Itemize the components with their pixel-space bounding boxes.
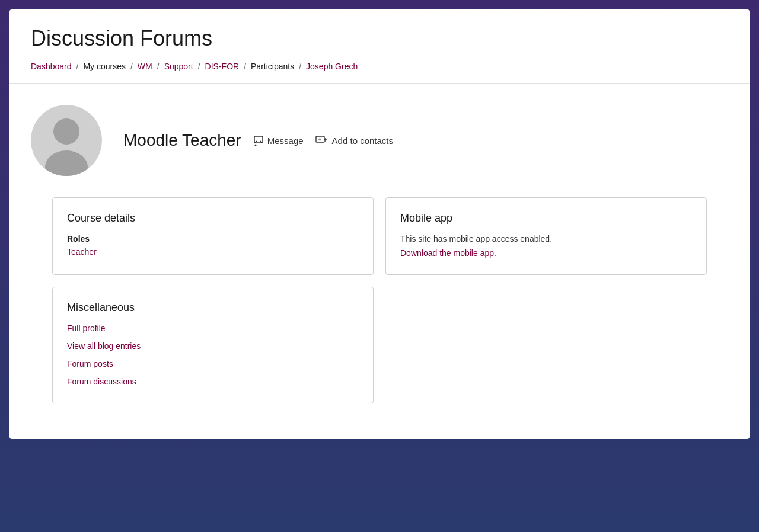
profile-section: Moodle Teacher Message [9, 84, 750, 439]
download-mobile-link[interactable]: Download the mobile app. [400, 248, 692, 258]
misc-links: Full profile View all blog entries Forum… [67, 323, 359, 389]
view-blog-entries-link[interactable]: View all blog entries [67, 341, 359, 351]
miscellaneous-card: Miscellaneous Full profile View all blog… [52, 287, 374, 403]
breadcrumb-support[interactable]: Support [164, 62, 193, 71]
breadcrumb-disfor[interactable]: DIS-FOR [205, 62, 240, 71]
mobile-app-title: Mobile app [400, 212, 692, 225]
cards-grid: Course details Roles Teacher Mobile app … [31, 197, 728, 425]
main-card: Discussion Forums Dashboard / My courses… [9, 9, 750, 439]
header-section: Discussion Forums Dashboard / My courses… [9, 9, 750, 84]
teacher-role-link[interactable]: Teacher [67, 247, 359, 257]
forum-discussions-link[interactable]: Forum discussions [67, 377, 359, 386]
breadcrumb-joseph[interactable]: Joseph Grech [306, 62, 358, 71]
breadcrumb: Dashboard / My courses / WM / Support / … [31, 62, 728, 71]
breadcrumb-sep-4: / [198, 62, 200, 71]
breadcrumb-sep-2: / [130, 62, 133, 71]
profile-header: Moodle Teacher Message [31, 105, 728, 176]
breadcrumb-sep-3: / [157, 62, 160, 71]
page-title: Discussion Forums [31, 26, 728, 51]
roles-label: Roles [67, 234, 359, 243]
miscellaneous-title: Miscellaneous [67, 302, 359, 314]
message-label: Message [267, 136, 304, 146]
mobile-app-card: Mobile app This site has mobile app acce… [385, 197, 707, 275]
course-details-card: Course details Roles Teacher [52, 197, 374, 275]
svg-point-2 [254, 145, 256, 146]
breadcrumb-sep-6: / [299, 62, 301, 71]
add-contact-button[interactable]: Add to contacts [315, 135, 393, 146]
svg-point-0 [53, 118, 79, 145]
full-profile-link[interactable]: Full profile [67, 323, 359, 333]
svg-point-1 [45, 150, 88, 176]
breadcrumb-wm[interactable]: WM [138, 62, 152, 71]
breadcrumb-participants: Participants [251, 62, 294, 71]
profile-info: Moodle Teacher Message [123, 131, 393, 150]
breadcrumb-sep-1: / [76, 62, 79, 71]
add-contact-label: Add to contacts [332, 136, 393, 146]
mobile-app-text: This site has mobile app access enabled. [400, 234, 692, 243]
forum-posts-link[interactable]: Forum posts [67, 359, 359, 368]
message-icon [253, 135, 264, 146]
avatar [31, 105, 102, 176]
profile-name: Moodle Teacher [123, 131, 241, 150]
message-button[interactable]: Message [253, 135, 304, 146]
add-contact-icon [315, 135, 329, 146]
course-details-title: Course details [67, 212, 359, 225]
breadcrumb-sep-5: / [244, 62, 246, 71]
breadcrumb-mycourses: My courses [83, 62, 126, 71]
breadcrumb-dashboard[interactable]: Dashboard [31, 62, 72, 71]
